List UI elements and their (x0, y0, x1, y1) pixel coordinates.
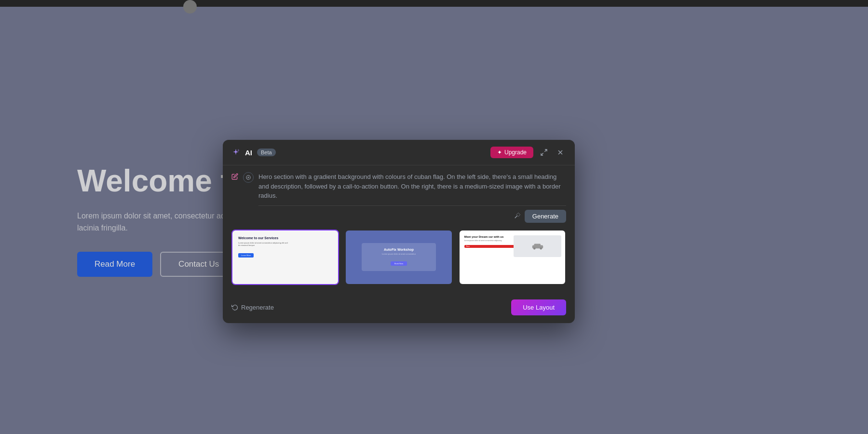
thumb1-desc: Lorem ipsum dolor sit amet consectetur a… (238, 242, 290, 247)
thumb1-title: Welcome to our Services (238, 236, 332, 240)
modal-header-left: AI Beta (231, 148, 276, 157)
regenerate-label: Regenerate (241, 304, 274, 311)
upgrade-button[interactable]: ✦ Upgrade (490, 147, 533, 158)
ai-modal: AI Beta ✦ Upgrade (223, 140, 575, 323)
modal-footer: Regenerate Use Layout (223, 294, 575, 323)
thumbnail-1-inner: Welcome to our Services Lorem ipsum dolo… (232, 231, 338, 284)
regenerate-button[interactable]: Regenerate (231, 304, 274, 311)
generate-button[interactable]: Generate (525, 210, 566, 223)
collapse-button[interactable] (538, 147, 550, 158)
modal-header: AI Beta ✦ Upgrade (223, 140, 575, 165)
thumb2-card: AutoFix Workshop Lorem ipsum dolor sit a… (362, 243, 436, 271)
thumbnail-2-inner: AutoFix Workshop Lorem ipsum dolor sit a… (346, 231, 451, 284)
prompt-divider (258, 205, 566, 206)
svg-point-10 (540, 247, 542, 250)
svg-point-9 (533, 247, 536, 250)
use-layout-button[interactable]: Use Layout (511, 299, 566, 315)
upgrade-label: Upgrade (504, 149, 527, 156)
thumb2-desc: Lorem ipsum dolor sit amet consectetur (368, 253, 429, 256)
svg-line-1 (541, 153, 543, 155)
prompt-actions: Generate (258, 210, 566, 223)
svg-line-0 (544, 149, 547, 152)
prompt-add-button[interactable] (243, 172, 254, 183)
thumb3-desc: Lorem ipsum dolor sit amet consectetur a… (464, 240, 517, 242)
prompt-text-container: Hero section with a gradient background … (258, 172, 566, 223)
beta-badge: Beta (257, 149, 276, 156)
ai-label: AI (245, 149, 252, 157)
modal-overlay: AI Beta ✦ Upgrade (0, 0, 868, 434)
thumb3-image (514, 235, 561, 257)
layout-thumbnails: Welcome to our Services Lorem ipsum dolo… (223, 230, 575, 294)
modal-header-right: ✦ Upgrade (490, 147, 566, 158)
wand-icon[interactable] (514, 212, 521, 220)
svg-rect-8 (534, 244, 541, 246)
modal-prompt-area: Hero section with a gradient background … (223, 165, 575, 230)
thumbnail-3[interactable]: Meet your Dream car with us Lorem ipsum … (459, 230, 566, 285)
prompt-text: Hero section with a gradient background … (258, 172, 566, 201)
thumbnail-3-inner: Meet your Dream car with us Lorem ipsum … (460, 231, 565, 284)
pencil-icon (231, 173, 238, 182)
thumb2-cta: Book Now (391, 261, 407, 266)
thumbnail-2[interactable]: AutoFix Workshop Lorem ipsum dolor sit a… (345, 230, 452, 285)
upgrade-spark-icon: ✦ (497, 149, 502, 156)
thumb1-cta: Learn More (238, 253, 254, 258)
thumbnail-1[interactable]: Welcome to our Services Lorem ipsum dolo… (231, 230, 339, 285)
close-button[interactable] (555, 147, 566, 158)
ai-sparkle-icon (231, 148, 240, 157)
thumb2-title: AutoFix Workshop (368, 248, 429, 251)
